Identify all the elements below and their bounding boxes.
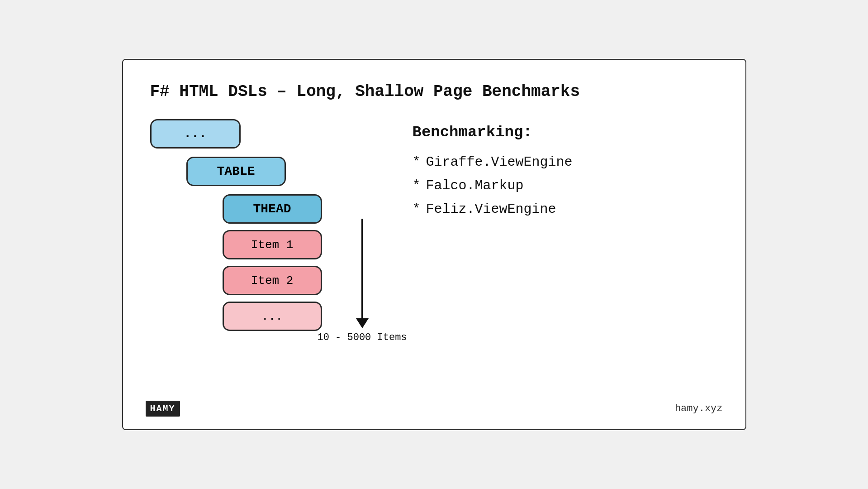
arrow-head: [356, 318, 369, 328]
arrow-line: [361, 219, 363, 318]
box-item-dots: ...: [223, 302, 322, 331]
diagram-area: ... TABLE THEAD Item 1 Item 2 ... 10 - 5…: [150, 119, 385, 331]
benchmarking-title: Benchmarking:: [413, 124, 718, 141]
slide: F# HTML DSLs – Long, Shallow Page Benchm…: [122, 59, 746, 430]
footer: HAMY hamy.xyz: [146, 401, 723, 417]
box-thead: THEAD: [223, 194, 322, 224]
benchmark-item-feliz: Feliz.ViewEngine: [413, 201, 718, 217]
content-area: ... TABLE THEAD Item 1 Item 2 ... 10 - 5…: [150, 119, 718, 331]
box-table: TABLE: [186, 157, 286, 186]
box-item-1: Item 1: [223, 230, 322, 259]
benchmarking-area: Benchmarking: Giraffe.ViewEngine Falco.M…: [385, 119, 718, 331]
benchmark-list: Giraffe.ViewEngine Falco.Markup Feliz.Vi…: [413, 154, 718, 217]
arrow-label: 10 - 5000 Items: [318, 332, 407, 343]
logo: HAMY: [146, 401, 180, 417]
footer-url: hamy.xyz: [675, 403, 723, 414]
benchmark-item-falco: Falco.Markup: [413, 178, 718, 193]
box-dots: ...: [150, 119, 241, 149]
box-item-2: Item 2: [223, 266, 322, 295]
arrow-container: 10 - 5000 Items: [318, 219, 407, 343]
benchmark-item-giraffe: Giraffe.ViewEngine: [413, 154, 718, 170]
slide-title: F# HTML DSLs – Long, Shallow Page Benchm…: [150, 82, 718, 101]
